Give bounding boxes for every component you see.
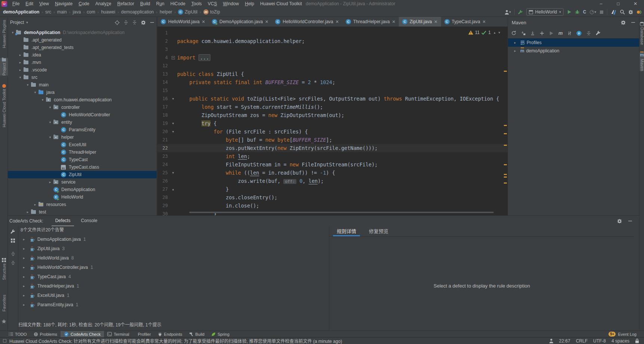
tree-item-service[interactable]: ▸service [8,178,157,186]
maven-maven-goal-button[interactable]: m [558,30,563,36]
menu-item-tools[interactable]: Tools [188,1,205,6]
chevron-down-icon[interactable]: ▾ [39,98,46,102]
codearts-minimize-button[interactable] [628,219,632,224]
project-gear-button[interactable] [141,20,146,25]
error-stripe-mark[interactable] [504,164,507,165]
toolwindow-profiler[interactable]: Profiler [133,331,154,338]
search-everywhere-button[interactable] [620,9,625,15]
code-editor[interactable]: 12package com.huawei.demoapplication.hel… [157,27,508,215]
project-locate-button[interactable] [115,20,120,25]
defect-file-row[interactable]: ▸HelloWorldController.java1 [18,262,329,272]
defect-file-row[interactable]: ▸ThreadHelper.java1 [18,281,329,291]
menu-item-run[interactable]: Run [153,1,167,6]
editor-tab-ziputil-java[interactable]: CZipUtil.java✕ [399,17,441,27]
codearts-wrench-button[interactable] [10,229,15,234]
maven-tree[interactable]: ▸Profiles▸mdemoApplication [508,39,639,55]
menu-item-window[interactable]: Window [220,1,242,6]
chevron-down-icon[interactable]: ▾ [17,76,24,79]
next-issue-icon[interactable]: ▾ [498,31,500,34]
stop-button[interactable] [600,10,604,14]
error-stripe[interactable] [503,27,508,215]
chevron-down-icon[interactable]: ▾ [32,90,38,94]
maven-plus-button[interactable] [540,31,544,36]
toolwindow-terminal[interactable]: Terminal [104,331,133,338]
chevron-down-icon[interactable]: ▾ [47,120,53,124]
huawei-toolkit-button[interactable] [611,9,616,15]
rule-tab-detail[interactable]: 规则详情 [333,226,360,236]
codearts-expand-all-button[interactable] [11,252,15,256]
rule-tab-preview[interactable]: 修复预览 [365,226,392,236]
tree-item-ziputil[interactable]: CZipUtil [8,171,157,178]
project-expand-all-button[interactable] [124,20,128,25]
user-account-button[interactable]: ▾ [505,10,511,15]
maven-gear-button[interactable] [621,20,626,25]
tree-item-demoapplication[interactable]: CDemoApplication [8,186,157,193]
maven-play-gray-button[interactable] [549,31,554,36]
fold-collapse-icon[interactable]: ▾ [172,130,174,133]
tree-item-threadhelper[interactable]: CThreadHelper [8,148,157,156]
tree-item-entity[interactable]: ▾entity [8,119,157,126]
chevron-right-icon[interactable]: ▸ [21,237,27,241]
chevron-right-icon[interactable]: ▸ [17,68,24,72]
error-stripe-mark[interactable] [504,133,507,134]
toolwindow-todo[interactable]: TODO [5,331,30,338]
fold-collapse-icon[interactable]: ▾ [172,171,174,175]
editor-tab-helloworldcontroller-java[interactable]: CHelloWorldController.java✕ [272,17,342,27]
chevron-right-icon[interactable]: ▸ [512,49,518,53]
chevron-down-icon[interactable]: ▾ [26,21,28,24]
accessibility-icon[interactable] [549,338,554,343]
chevron-right-icon[interactable]: ▸ [21,303,27,307]
tree-item-paramsentity[interactable]: CParamsEntity [8,126,157,133]
maven-minimize-button[interactable] [631,20,635,25]
tree-item--mvn[interactable]: ▸.mvn [8,59,157,66]
tree-item-typecast[interactable]: CTypeCast [8,156,157,163]
tree-item-main[interactable]: ▾main [8,81,157,89]
error-stripe-mark[interactable] [504,71,507,72]
tree-item-controller[interactable]: ▾controller [8,104,157,111]
event-log-button[interactable]: 9+ Event Log [608,332,637,337]
error-stripe-mark[interactable] [504,176,507,178]
maven-skip-tests-button[interactable] [568,31,571,36]
close-icon[interactable]: ✕ [392,19,395,24]
project-collapse-all-button[interactable] [132,20,137,25]
menu-item-huawei-cloud-toolkit[interactable]: Huawei Cloud Toolkit [257,1,305,6]
tree-item--idea[interactable]: ▸.idea [8,51,157,59]
maven-node-demoapplication[interactable]: ▸mdemoApplication [508,47,639,55]
tree-item-com-huawei-demoapplication[interactable]: ▾com.huawei.demoapplication [8,96,157,104]
line-separator[interactable]: CRLF [576,338,588,344]
tree-item-test[interactable]: ▸test [8,208,157,215]
stripe-tab-favorites[interactable]: Favorites [0,295,8,311]
defect-file-row[interactable]: ▸ExcelUtil.java1 [18,291,329,300]
caret-position[interactable]: 22:67 [559,338,570,344]
breadcrumb-item[interactable]: java [73,9,81,15]
maven-download-button[interactable] [530,31,535,36]
coverage-button[interactable]: C [583,9,586,15]
toolwindow-codearts-check[interactable]: CodeArts Check [61,331,104,338]
close-icon[interactable]: ✕ [483,19,486,24]
stripe-tab-huawei-cloud-toolkit[interactable]: Huawei Cloud Toolkit [0,84,8,128]
codearts-tab-console[interactable]: Console [77,216,101,226]
chevron-right-icon[interactable]: ▸ [17,53,24,57]
toolwindow-endpoints[interactable]: Endpoints [154,331,186,338]
menu-item-refactor[interactable]: Refactor [114,1,137,6]
editor-tab-threadhelper-java[interactable]: CThreadHelper.java✕ [342,17,399,27]
debug-button[interactable] [575,10,580,14]
menu-item-hicode[interactable]: HiCode [167,1,188,6]
close-icon[interactable]: ✕ [265,19,268,24]
maven-wrench-button[interactable] [596,31,601,36]
chevron-right-icon[interactable]: ▸ [21,265,27,269]
plugin-button[interactable] [637,10,642,15]
tree-item--apt-generated[interactable]: .apt_generated [8,36,157,44]
error-stripe-mark[interactable] [504,182,507,184]
tree-item--vscode[interactable]: ▸.vscode [8,66,157,74]
favorites-star-icon[interactable] [0,319,8,324]
error-stripe-mark[interactable] [504,145,507,146]
maven-collapse-all-button[interactable] [586,31,591,36]
codearts-collapse-all-button[interactable] [11,261,15,265]
chevron-down-icon[interactable]: ▾ [47,135,53,139]
file-encoding[interactable]: UTF-8 [593,338,606,344]
chevron-down-icon[interactable]: ▾ [24,83,31,87]
project-tree[interactable]: ▾demoApplicationD:\workspace\demoApplica… [8,29,157,215]
editor-tab-demoapplication-java[interactable]: CDemoApplication.java✕ [209,17,272,27]
chevron-right-icon[interactable]: ▸ [21,294,27,297]
